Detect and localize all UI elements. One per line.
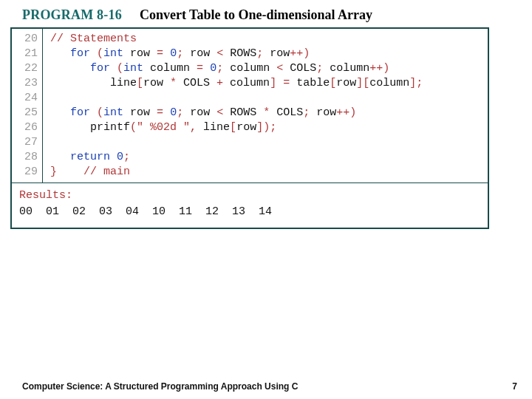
op-lt: < [210,47,230,60]
indent [50,47,70,60]
line-number: 23 [12,76,38,91]
id-ROWS: ROWS [230,47,256,60]
id-ROWS: ROWS [230,106,256,119]
num-0: 0 [210,62,216,75]
op-inc: ++ [336,106,349,119]
results-values: 00 01 02 03 04 10 11 12 13 14 [19,204,480,220]
indent [50,106,70,119]
code-listing: 20 21 22 23 24 25 26 27 28 29 // Stateme… [10,27,489,229]
op-assign: = [150,106,170,119]
id-row: row [336,77,356,89]
num-0: 0 [117,151,123,163]
slide-footer: Computer Science: A Structured Programmi… [22,381,517,392]
id-COLS: COLS [276,106,303,119]
id-line: line [203,121,230,134]
paren: ) [349,106,356,119]
program-title: Convert Table to One-dimensional Array [140,7,372,23]
line-number: 26 [12,120,38,135]
kw-return: return [70,151,110,163]
indent [50,121,90,134]
op-star: * [256,106,276,119]
lbracket: [ [137,77,143,89]
rbracket: ] [356,77,363,89]
program-label: PROGRAM 8-16 [22,7,122,23]
comma: , [190,121,197,134]
footer-page-number: 7 [512,381,517,392]
id-row: row [270,47,290,60]
id-column: column [330,62,369,75]
results-section: Results: 00 01 02 03 04 10 11 12 13 14 [12,183,488,228]
id-column: column [230,77,270,89]
line-number-gutter: 20 21 22 23 24 25 26 27 28 29 [12,29,43,183]
code-area: // Statements for (int row = 0; row < RO… [43,29,488,183]
code-body: 20 21 22 23 24 25 26 27 28 29 // Stateme… [12,29,488,183]
lbracket: [ [363,77,369,89]
id-row: row [190,47,210,60]
paren: ( [97,47,103,60]
code-comment: // Statements [50,33,137,45]
id-row: row [130,47,150,60]
line-number: 21 [12,47,38,61]
semi: ; [177,47,183,60]
id-row: row [190,106,210,119]
lbracket: [ [230,121,236,134]
paren: ) [303,47,310,60]
kw-for: for [90,62,110,75]
id-row: row [130,106,150,119]
id-row: row [236,121,256,134]
id-COLS: COLS [183,77,210,89]
line-number: 27 [12,135,38,150]
line-number: 29 [12,165,38,180]
semi: ; [177,106,183,119]
indent [57,166,83,178]
op-assign: = [150,47,170,60]
paren: ( [117,62,123,75]
line-number: 28 [12,150,38,165]
rbracket: ] [256,121,263,134]
id-row: row [143,77,163,89]
indent [50,62,90,75]
num-0: 0 [170,47,177,60]
slide: PROGRAM 8-16 Convert Table to One-dimens… [0,0,532,399]
semi: ; [416,77,423,89]
id-column: column [150,62,190,75]
kw-int: int [123,62,143,75]
id-COLS: COLS [290,62,316,75]
line-number: 20 [12,32,38,47]
semi: ; [316,62,323,75]
semi: ; [270,121,276,134]
id-table: table [296,77,330,89]
paren: ) [383,62,389,75]
semi: ; [123,151,130,163]
semi: ; [256,47,263,60]
line-number: 24 [12,91,38,106]
semi: ; [303,106,310,119]
line-number: 22 [12,61,38,76]
slide-header: PROGRAM 8-16 Convert Table to One-dimens… [22,7,517,23]
id-line: line [110,77,137,89]
semi: ; [216,62,223,75]
op-plus: + [210,77,230,89]
id-column: column [230,62,270,75]
op-inc: ++ [290,47,303,60]
num-0: 0 [170,106,177,119]
kw-for: for [70,106,90,119]
indent [50,77,110,89]
paren: ) [263,121,270,134]
kw-for: for [70,47,90,60]
kw-int: int [103,106,123,119]
rbracket: ] [409,77,416,89]
line-number: 25 [12,106,38,120]
op-lt: < [210,106,230,119]
string-fmt: " %02d " [137,121,190,134]
fn-printf: printf [90,121,130,134]
kw-int: int [103,47,123,60]
op-star: * [163,77,183,89]
paren: ( [130,121,137,134]
indent [50,151,70,163]
footer-book-title: Computer Science: A Structured Programmi… [22,381,298,392]
op-lt: < [270,62,290,75]
id-column: column [369,77,409,89]
rbracket: ] [270,77,276,89]
results-label: Results: [19,188,480,204]
